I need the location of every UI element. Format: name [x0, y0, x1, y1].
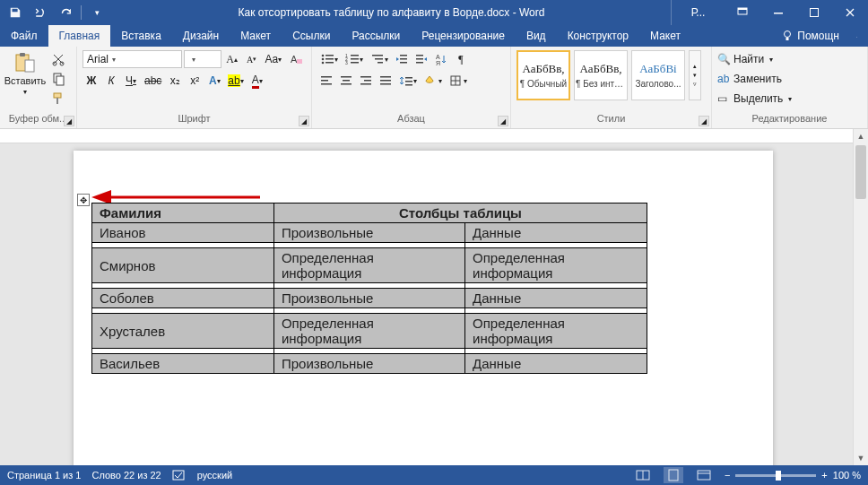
- numbering-button[interactable]: 123▾: [343, 50, 366, 68]
- table-cell[interactable]: Произвольные: [273, 289, 464, 308]
- strikethrough-button[interactable]: abc: [142, 72, 164, 90]
- clipboard-dialog-launcher[interactable]: ◢: [64, 116, 74, 126]
- align-center-button[interactable]: [337, 72, 355, 90]
- select-button[interactable]: ▭Выделить▾: [717, 90, 792, 108]
- tab-references[interactable]: Ссылки: [282, 25, 341, 47]
- line-spacing-button[interactable]: ▾: [396, 72, 420, 90]
- vertical-scrollbar[interactable]: ▲ ▼: [853, 129, 868, 465]
- print-layout-button[interactable]: [664, 467, 683, 483]
- superscript-button[interactable]: x²: [186, 72, 204, 90]
- table-row[interactable]: СмирновОпределенная информацияОпределенн…: [92, 248, 647, 283]
- tab-table-layout[interactable]: Макет: [639, 25, 691, 47]
- tab-design[interactable]: Дизайн: [172, 25, 230, 47]
- table-cell[interactable]: Определенная информация: [273, 314, 464, 349]
- tab-table-design[interactable]: Конструктор: [557, 25, 639, 47]
- table-cell[interactable]: Определенная информация: [465, 248, 647, 283]
- tab-layout[interactable]: Макет: [230, 25, 282, 47]
- tab-insert[interactable]: Вставка: [110, 25, 172, 47]
- qat-customize-button[interactable]: ▾: [85, 2, 108, 23]
- tab-review[interactable]: Рецензирование: [411, 25, 516, 47]
- italic-button[interactable]: К: [102, 72, 120, 90]
- copy-button[interactable]: [48, 70, 68, 88]
- table-header-col2[interactable]: Столбцы таблицы: [273, 204, 647, 223]
- paste-button[interactable]: Вставить ▾: [5, 50, 45, 112]
- table-cell[interactable]: Определенная информация: [273, 248, 464, 283]
- find-button[interactable]: 🔍Найти▾: [717, 50, 792, 68]
- word-count[interactable]: Слово 22 из 22: [91, 470, 161, 481]
- replace-button[interactable]: abЗаменить: [717, 70, 792, 88]
- tab-file[interactable]: Файл: [0, 25, 48, 47]
- table-cell[interactable]: Произвольные: [273, 354, 464, 374]
- web-layout-button[interactable]: [694, 467, 714, 483]
- styles-dialog-launcher[interactable]: ◢: [699, 116, 709, 126]
- account-button[interactable]: Р...: [671, 0, 725, 25]
- table-cell[interactable]: Произвольные: [273, 223, 464, 243]
- bold-button[interactable]: Ж: [82, 72, 100, 90]
- table-cell[interactable]: Иванов: [92, 223, 274, 243]
- style-normal[interactable]: АаБбВв, ¶ Обычный: [516, 50, 570, 100]
- zoom-slider-thumb[interactable]: [776, 471, 781, 481]
- highlight-button[interactable]: ab▾: [225, 72, 246, 90]
- show-marks-button[interactable]: ¶: [452, 50, 470, 68]
- paragraph-dialog-launcher[interactable]: ◢: [498, 116, 508, 126]
- zoom-out-button[interactable]: −: [725, 470, 730, 481]
- ribbon-options-button[interactable]: [725, 0, 760, 25]
- table-cell[interactable]: Смирнов: [92, 248, 274, 283]
- table-header-col1[interactable]: Фамилия: [92, 204, 274, 223]
- tell-me-box[interactable]: Помощн: [770, 25, 845, 47]
- increase-indent-button[interactable]: [412, 50, 430, 68]
- redo-button[interactable]: [54, 2, 77, 23]
- table-row[interactable]: ХрусталевОпределенная информацияОпределе…: [92, 314, 647, 349]
- table-cell[interactable]: Данные: [465, 354, 647, 374]
- tab-mailings[interactable]: Рассылки: [341, 25, 411, 47]
- decrease-indent-button[interactable]: [393, 50, 411, 68]
- table-cell[interactable]: Определенная информация: [465, 314, 647, 349]
- multilevel-list-button[interactable]: ▾: [368, 50, 391, 68]
- font-name-combo[interactable]: Arial▾: [82, 50, 182, 68]
- horizontal-ruler[interactable]: [0, 129, 853, 143]
- table-cell[interactable]: Васильев: [92, 354, 274, 374]
- style-heading1[interactable]: АаБбВі Заголово...: [631, 50, 685, 100]
- maximize-button[interactable]: [796, 0, 832, 25]
- zoom-slider[interactable]: [735, 474, 816, 477]
- clear-formatting-button[interactable]: A: [286, 50, 306, 68]
- table-row[interactable]: ИвановПроизвольныеДанные: [92, 223, 647, 243]
- proofing-button[interactable]: [172, 469, 187, 481]
- table-cell[interactable]: Хрусталев: [92, 314, 274, 349]
- scroll-down-button[interactable]: ▼: [854, 451, 868, 465]
- justify-button[interactable]: [377, 72, 395, 90]
- save-button[interactable]: [4, 2, 27, 23]
- style-no-spacing[interactable]: АаБбВв, ¶ Без инте...: [574, 50, 628, 100]
- tab-view[interactable]: Вид: [516, 25, 557, 47]
- close-button[interactable]: [832, 0, 868, 25]
- align-left-button[interactable]: [317, 72, 335, 90]
- table-cell[interactable]: Соболев: [92, 289, 274, 308]
- document-table[interactable]: Фамилия Столбцы таблицы ИвановПроизвольн…: [91, 203, 647, 374]
- font-dialog-launcher[interactable]: ◢: [299, 116, 309, 126]
- font-size-combo[interactable]: ▾: [184, 50, 221, 68]
- cut-button[interactable]: [48, 50, 68, 68]
- zoom-in-button[interactable]: +: [821, 470, 827, 481]
- shading-button[interactable]: ▾: [421, 72, 445, 90]
- align-right-button[interactable]: [357, 72, 375, 90]
- table-move-handle[interactable]: ✥: [77, 194, 90, 206]
- grow-font-button[interactable]: A▴: [223, 50, 241, 68]
- table-row[interactable]: СоболевПроизвольныеДанные: [92, 289, 647, 308]
- collapse-ribbon-button[interactable]: [845, 25, 868, 47]
- subscript-button[interactable]: x₂: [166, 72, 184, 90]
- styles-more-button[interactable]: ▴▾▿: [689, 50, 701, 100]
- page-indicator[interactable]: Страница 1 из 1: [7, 470, 81, 481]
- text-effects-button[interactable]: A▾: [205, 72, 223, 90]
- scroll-thumb[interactable]: [855, 145, 866, 199]
- table-cell[interactable]: Данные: [465, 223, 647, 243]
- underline-button[interactable]: Ч▾: [122, 72, 140, 90]
- minimize-button[interactable]: [760, 0, 796, 25]
- sort-button[interactable]: AЯ: [432, 50, 450, 68]
- table-row[interactable]: ВасильевПроизвольныеДанные: [92, 354, 647, 374]
- read-mode-button[interactable]: [633, 467, 653, 483]
- scroll-up-button[interactable]: ▲: [854, 129, 868, 143]
- tab-home[interactable]: Главная: [48, 25, 111, 47]
- undo-button[interactable]: [29, 2, 52, 23]
- borders-button[interactable]: ▾: [447, 72, 470, 90]
- shrink-font-button[interactable]: A▾: [243, 50, 261, 68]
